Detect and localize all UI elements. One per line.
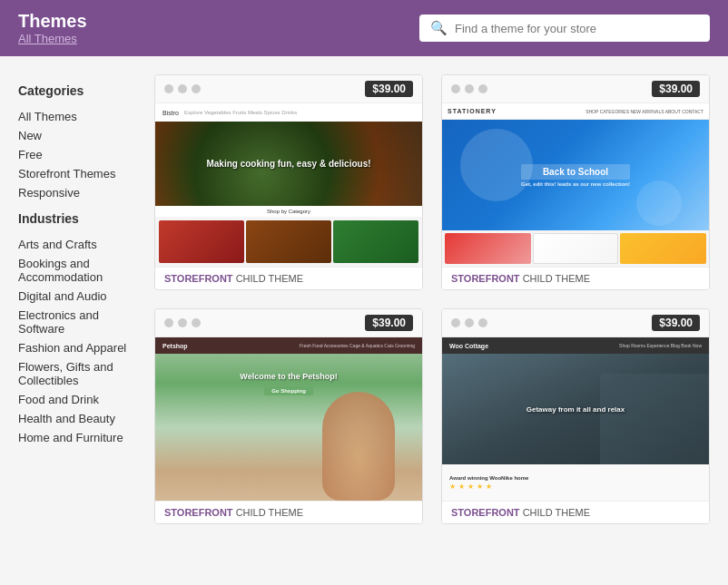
woo-cottage-footer: STOREFRONT CHILD THEME [442, 501, 709, 523]
window-dots [451, 84, 487, 93]
bistro-nav: Bistro Explore Vegetables Fruits Meals S… [155, 103, 422, 122]
sidebar-item-health-and-beauty[interactable]: Health and Beauty [18, 409, 136, 428]
header: Themes All Themes 🔍 [0, 0, 728, 56]
dot-2 [465, 84, 474, 93]
search-bar: 🔍 [419, 15, 710, 42]
card-header-stationery: $39.00 [442, 75, 709, 103]
bistro-category-label: Shop by Category [155, 206, 422, 217]
cottage-mockup: Woo Cottage Shop Rooms Experience Blog B… [442, 337, 709, 501]
bistro-mockup: Bistro Explore Vegetables Fruits Meals S… [155, 103, 422, 267]
star-4: ★ [477, 483, 483, 491]
petshop-hero: Welcome to the Petshop! Go Shopping [155, 354, 422, 501]
woo-cottage-type: STOREFRONT CHILD THEME [451, 507, 700, 518]
bistro-logo: Bistro [162, 110, 179, 116]
stationery-nav-items: SHOP CATEGORIES NEW ARRIVALS ABOUT CONTA… [585, 109, 703, 114]
bistro-hero: Making cooking fun, easy & delicious! [155, 122, 422, 206]
petshop-hero-text: Welcome to the Petshop! [155, 372, 422, 381]
bistro-price: $39.00 [365, 81, 413, 97]
stationery-footer: STOREFRONT CHILD THEME [442, 267, 709, 289]
search-input[interactable] [455, 22, 699, 35]
petshop-logo: Petshop [162, 343, 188, 349]
sidebar-item-fashion-and-apparel[interactable]: Fashion and Apparel [18, 338, 136, 357]
window-dots [451, 318, 487, 327]
cottage-hero-text: Getaway from it all and relax [526, 405, 625, 414]
sidebar-item-new[interactable]: New [18, 126, 136, 145]
cottage-award: Award winning WooNike home ★ ★ ★ ★ ★ [449, 475, 528, 491]
sidebar-item-bookings-and-accommodation[interactable]: Bookings and Accommodation [18, 254, 136, 287]
bistro-hero-text: Making cooking fun, easy & delicious! [206, 159, 370, 169]
stationery-hero-sub: Get, edit this! leads as our new collect… [521, 181, 630, 187]
bistro-grid-item-3 [333, 220, 418, 263]
stationery-hero-text: Back to School [521, 164, 630, 180]
petshop-footer: STOREFRONT CHILD THEME [155, 501, 422, 523]
bistro-type-label: STOREFRONT [164, 273, 233, 284]
star-1: ★ [449, 483, 456, 491]
cottage-logo: Woo Cottage [449, 343, 488, 349]
petshop-type-label: STOREFRONT [164, 507, 233, 518]
header-title-group: Themes All Themes [18, 11, 87, 45]
card-header-bistro: $39.00 [155, 75, 422, 103]
sidebar-item-digital-and-audio[interactable]: Digital and Audio [18, 287, 136, 306]
stationery-hero: Back to School Get, edit this! leads as … [442, 120, 709, 230]
cottage-bottom: Award winning WooNike home ★ ★ ★ ★ ★ [442, 464, 709, 501]
star-3: ★ [467, 483, 474, 491]
splash-2 [636, 180, 682, 226]
themes-grid: $39.00 Bistro Explore Vegetables Fruits … [154, 74, 710, 524]
bistro-type: STOREFRONT CHILD THEME [164, 273, 413, 284]
dot-1 [451, 318, 460, 327]
stationery-type: STOREFRONT CHILD THEME [451, 273, 700, 284]
page-title: Themes [18, 11, 87, 32]
cottage-rating: ★ ★ ★ ★ ★ [449, 483, 528, 491]
sidebar-item-free[interactable]: Free [18, 145, 136, 164]
sidebar-item-home-and-furniture[interactable]: Home and Furniture [18, 428, 136, 447]
industries-title: Industries [18, 211, 136, 226]
bistro-nav-items: Explore Vegetables Fruits Meals Spices D… [184, 110, 297, 115]
cottage-hero: Getaway from it all and relax [442, 354, 709, 464]
dot-1 [164, 84, 173, 93]
cottage-nav: Woo Cottage Shop Rooms Experience Blog B… [442, 337, 709, 354]
bistro-grid-item-1 [159, 220, 244, 263]
sidebar-item-storefront-themes[interactable]: Storefront Themes [18, 164, 136, 183]
theme-card-petshop[interactable]: $39.00 Petshop Fresh Food Accessories Ca… [154, 308, 423, 524]
cottage-nav-items: Shop Rooms Experience Blog Book Now [619, 343, 702, 348]
woo-cottage-price: $39.00 [652, 315, 700, 331]
petshop-hero-text-wrapper: Welcome to the Petshop! Go Shopping [155, 372, 422, 395]
star-5: ★ [486, 483, 492, 491]
petshop-price: $39.00 [365, 315, 413, 331]
stationery-price: $39.00 [652, 81, 700, 97]
bistro-grid-item-2 [246, 220, 331, 263]
stationery-type-label: STOREFRONT [451, 273, 520, 284]
search-icon: 🔍 [430, 20, 448, 36]
petshop-image: Petshop Fresh Food Accessories Cage & Aq… [155, 337, 422, 501]
dot-3 [192, 318, 201, 327]
bistro-product-grid [155, 217, 422, 267]
themes-content: $39.00 Bistro Explore Vegetables Fruits … [154, 74, 710, 524]
woo-cottage-child-label: CHILD THEME [523, 507, 590, 518]
bistro-child-label: CHILD THEME [236, 273, 303, 284]
petshop-nav: Petshop Fresh Food Accessories Cage & Aq… [155, 337, 422, 354]
sidebar: Categories All Themes New Free Storefron… [18, 74, 136, 524]
window-dots [164, 84, 201, 93]
bistro-image: Bistro Explore Vegetables Fruits Meals S… [155, 103, 422, 267]
dot-2 [178, 318, 187, 327]
sidebar-item-food-and-drink[interactable]: Food and Drink [18, 390, 136, 409]
card-header-woo-cottage: $39.00 [442, 309, 709, 337]
all-themes-link[interactable]: All Themes [18, 32, 87, 45]
stationery-mockup: STATIONERY SHOP CATEGORIES NEW ARRIVALS … [442, 103, 709, 267]
stationery-grid-item-3 [620, 233, 706, 264]
sidebar-item-responsive[interactable]: Responsive [18, 183, 136, 202]
sidebar-item-flowers-gifts-collectibles[interactable]: Flowers, Gifts and Collectibles [18, 357, 136, 390]
window-dots [164, 318, 201, 327]
woo-cottage-type-label: STOREFRONT [451, 507, 520, 518]
petshop-child-label: CHILD THEME [236, 507, 303, 518]
dot-3 [192, 84, 201, 93]
main-layout: Categories All Themes New Free Storefron… [0, 56, 728, 542]
sidebar-item-electronics-and-software[interactable]: Electronics and Software [18, 306, 136, 338]
stationery-image: STATIONERY SHOP CATEGORIES NEW ARRIVALS … [442, 103, 709, 267]
sidebar-item-arts-and-crafts[interactable]: Arts and Crafts [18, 235, 136, 254]
theme-card-stationery[interactable]: $39.00 STATIONERY SHOP CATEGORIES NEW AR… [441, 74, 710, 290]
stationery-grid-item-2 [533, 233, 619, 264]
theme-card-bistro[interactable]: $39.00 Bistro Explore Vegetables Fruits … [154, 74, 423, 290]
theme-card-woo-cottage[interactable]: $39.00 Woo Cottage Shop Rooms Experience… [441, 308, 710, 524]
sidebar-item-all-themes[interactable]: All Themes [18, 107, 136, 126]
